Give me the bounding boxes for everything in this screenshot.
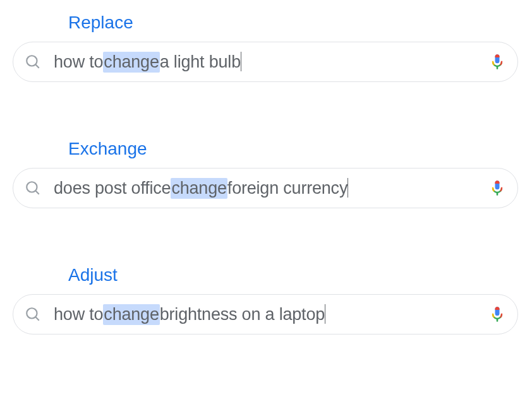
- svg-rect-1: [497, 192, 498, 196]
- search-bar[interactable]: how to change brightness on a laptop: [13, 294, 518, 334]
- text-cursor: [348, 178, 348, 198]
- query-after: a light bulb: [160, 52, 241, 72]
- example-label: Replace: [68, 13, 519, 33]
- mic-icon[interactable]: [488, 53, 506, 71]
- mic-icon[interactable]: [488, 179, 506, 197]
- query-highlight: change: [103, 304, 159, 325]
- example-exchange: Exchange does post office change foreign…: [13, 139, 519, 208]
- example-label: Exchange: [68, 139, 519, 159]
- text-cursor: [325, 304, 325, 324]
- query-before: how to: [54, 52, 103, 72]
- search-input[interactable]: does post office change foreign currency: [54, 178, 481, 199]
- search-bar[interactable]: does post office change foreign currency: [13, 168, 518, 208]
- search-input[interactable]: how to change a light bulb: [54, 52, 481, 73]
- search-bar[interactable]: how to change a light bulb: [13, 42, 518, 82]
- text-cursor: [241, 52, 241, 72]
- query-before: how to: [54, 305, 103, 324]
- query-highlight: change: [171, 178, 227, 199]
- query-before: does post office: [54, 179, 171, 198]
- query-after: brightness on a laptop: [160, 305, 325, 324]
- svg-rect-0: [497, 66, 498, 69]
- search-input[interactable]: how to change brightness on a laptop: [54, 304, 481, 325]
- example-replace: Replace how to change a light bulb: [13, 13, 519, 82]
- search-icon: [25, 180, 41, 196]
- example-label: Adjust: [68, 265, 519, 285]
- svg-rect-2: [497, 319, 498, 322]
- query-highlight: change: [103, 52, 159, 73]
- search-icon: [25, 54, 41, 70]
- mic-icon[interactable]: [488, 305, 506, 323]
- example-adjust: Adjust how to change brightness on a lap…: [13, 265, 519, 334]
- query-after: foreign currency: [227, 179, 348, 198]
- search-icon: [25, 306, 41, 322]
